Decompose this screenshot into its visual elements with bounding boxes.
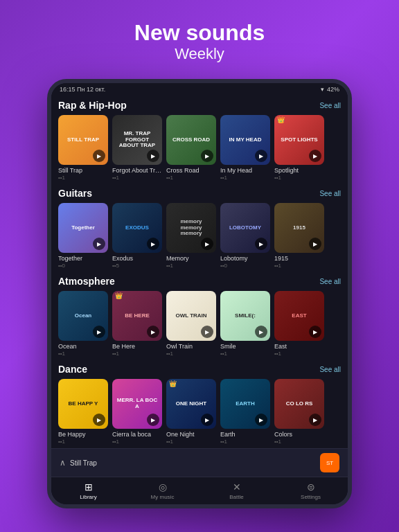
section-dance: Dance See all BE HAPP Y▶Be Happy••1MERR.… [51, 360, 348, 447]
play-btn-behere[interactable]: ▶ [147, 326, 159, 338]
track-name-forgot-trap: Forgot About Trap [112, 167, 162, 174]
track-dots-exodus: ••5 [112, 263, 162, 269]
crown-badge-onenight: 👑 [169, 380, 177, 387]
section-atmosphere: Atmosphere See all Ocean▶Ocean••1BE HERE… [51, 272, 348, 360]
play-btn-earth[interactable]: ▶ [255, 414, 267, 426]
track-dots-behappy: ••1 [58, 438, 108, 445]
track-name-together: Together [58, 255, 108, 262]
track-item-ocean[interactable]: Ocean▶Ocean••1 [58, 291, 108, 357]
play-btn-spotlight[interactable]: ▶ [309, 150, 321, 162]
track-dots-in-my-head: ••1 [220, 175, 270, 181]
player-bar[interactable]: ∧ Still Trap ST [51, 448, 348, 477]
tablet-frame: 16:15 Пн 12 окт. ▾ 42% Rap & Hip-Hop See… [47, 79, 352, 508]
track-item-behappy[interactable]: BE HAPP Y▶Be Happy••1 [58, 379, 108, 445]
track-item-spotlight[interactable]: SPOT LIGHTS👑▶Spotlight••1 [274, 115, 324, 181]
see-all-dance[interactable]: See all [319, 366, 341, 373]
nav-label-mymusic: My music [151, 494, 175, 500]
tracks-row-rap: STILL TRAP▶Still Trap••1MR. TRAP FORGOT … [58, 115, 341, 181]
track-thumb-cierra: MERR. LA BOC A▶ [112, 379, 162, 429]
track-thumb-1915: 1915▶ [274, 203, 324, 253]
nav-item-library[interactable]: ⊞ Library [51, 477, 125, 504]
section-title-dance: Dance [58, 364, 87, 375]
play-btn-owltrain[interactable]: ▶ [201, 326, 213, 338]
track-item-cierra[interactable]: MERR. LA BOC A▶Cierra la boca••1 [112, 379, 162, 445]
play-btn-crossroad[interactable]: ▶ [201, 150, 213, 162]
track-dots-owltrain: ••1 [166, 351, 216, 357]
play-btn-behappy[interactable]: ▶ [93, 414, 105, 426]
track-name-exodus: Exodus [112, 255, 162, 262]
track-item-crossroad[interactable]: CROSS ROAD▶Cross Road••1 [166, 115, 216, 181]
track-dots-memory: ••1 [166, 263, 216, 269]
track-dots-east: ••1 [274, 351, 324, 357]
nav-icon-mymusic: ◎ [159, 481, 167, 493]
track-item-1915[interactable]: 1915▶1915••1 [274, 203, 324, 269]
play-btn-onenight[interactable]: ▶ [201, 414, 213, 426]
track-item-together[interactable]: Together▶Together••0 [58, 203, 108, 269]
see-all-rap[interactable]: See all [319, 102, 341, 109]
play-btn-east[interactable]: ▶ [309, 326, 321, 338]
tracks-row-dance: BE HAPP Y▶Be Happy••1MERR. LA BOC A▶Cier… [58, 379, 341, 445]
track-name-colors: Colors [274, 431, 324, 438]
tracks-row-guitars: Together▶Together••0EXODUS▶Exodus••5memo… [58, 203, 341, 269]
track-dots-still-trap: ••1 [58, 175, 108, 181]
see-all-guitars[interactable]: See all [319, 190, 341, 197]
track-name-still-trap: Still Trap [58, 167, 108, 174]
main-content: Rap & Hip-Hop See all STILL TRAP▶Still T… [51, 96, 348, 448]
section-rap: Rap & Hip-Hop See all STILL TRAP▶Still T… [51, 96, 348, 184]
play-btn-colors[interactable]: ▶ [309, 414, 321, 426]
play-btn-1915[interactable]: ▶ [309, 238, 321, 250]
page-header: New sounds Weekly [0, 21, 399, 63]
section-title-atmosphere: Atmosphere [58, 276, 115, 287]
track-name-owltrain: Owl Train [166, 343, 216, 350]
track-dots-behere: ••1 [112, 351, 162, 357]
play-btn-together[interactable]: ▶ [93, 238, 105, 250]
track-name-behappy: Be Happy [58, 431, 108, 438]
player-avatar: ST [320, 453, 339, 472]
see-all-atmosphere[interactable]: See all [319, 278, 341, 285]
track-name-behere: Be Here [112, 343, 162, 350]
track-dots-cierra: ••1 [112, 438, 162, 445]
header-title: New sounds [0, 21, 399, 45]
play-btn-lobotomy[interactable]: ▶ [255, 238, 267, 250]
track-name-in-my-head: In My Head [220, 167, 270, 174]
track-item-owltrain[interactable]: OWL TRAIN▶Owl Train••1 [166, 291, 216, 357]
track-item-memory[interactable]: memory memory memory▶Memory••1 [166, 203, 216, 269]
nav-item-settings[interactable]: ⊜ Settings [274, 477, 348, 504]
track-item-onenight[interactable]: ONE NIGHT👑▶One Night••1 [166, 379, 216, 445]
play-btn-smile[interactable]: ▶ [255, 326, 267, 338]
track-dots-onenight: ••1 [166, 438, 216, 445]
track-dots-1915: ••1 [274, 263, 324, 269]
track-item-behere[interactable]: BE HERE👑▶Be Here••1 [112, 291, 162, 357]
play-btn-in-my-head[interactable]: ▶ [255, 150, 267, 162]
nav-item-battle[interactable]: ✕ Battle [200, 477, 274, 504]
track-item-in-my-head[interactable]: IN MY HEAD▶In My Head••1 [220, 115, 270, 181]
track-item-lobotomy[interactable]: LOBOTOMY▶Lobotomy••0 [220, 203, 270, 269]
play-btn-cierra[interactable]: ▶ [147, 414, 159, 426]
track-item-smile[interactable]: SMILE(:▶Smile••1 [220, 291, 270, 357]
track-name-cierra: Cierra la boca [112, 431, 162, 438]
track-item-colors[interactable]: CO LO RS▶Colors••1 [274, 379, 324, 445]
track-item-still-trap[interactable]: STILL TRAP▶Still Trap••1 [58, 115, 108, 181]
nav-icon-library: ⊞ [85, 481, 93, 493]
track-name-lobotomy: Lobotomy [220, 255, 270, 262]
track-item-forgot-trap[interactable]: MR. TRAP FORGOT ABOUT TRAP▶Forgot About … [112, 115, 162, 181]
track-item-earth[interactable]: EARTH▶Earth••1 [220, 379, 270, 445]
track-thumb-in-my-head: IN MY HEAD▶ [220, 115, 270, 165]
play-btn-ocean[interactable]: ▶ [93, 326, 105, 338]
track-item-exodus[interactable]: EXODUS▶Exodus••5 [112, 203, 162, 269]
nav-label-battle: Battle [229, 494, 243, 500]
battery-status: 42% [327, 86, 339, 93]
track-name-onenight: One Night [166, 431, 216, 438]
play-btn-exodus[interactable]: ▶ [147, 238, 159, 250]
track-dots-together: ••0 [58, 263, 108, 269]
track-thumb-lobotomy: LOBOTOMY▶ [220, 203, 270, 253]
track-thumb-still-trap: STILL TRAP▶ [58, 115, 108, 165]
track-item-east[interactable]: EAST▶East••1 [274, 291, 324, 357]
nav-item-mymusic[interactable]: ◎ My music [125, 477, 200, 504]
play-btn-forgot-trap[interactable]: ▶ [147, 150, 159, 162]
player-track-title: Still Trap [70, 459, 97, 467]
track-thumb-ocean: Ocean▶ [58, 291, 108, 341]
play-btn-still-trap[interactable]: ▶ [93, 150, 105, 162]
play-btn-memory[interactable]: ▶ [201, 238, 213, 250]
track-name-spotlight: Spotlight [274, 167, 324, 174]
